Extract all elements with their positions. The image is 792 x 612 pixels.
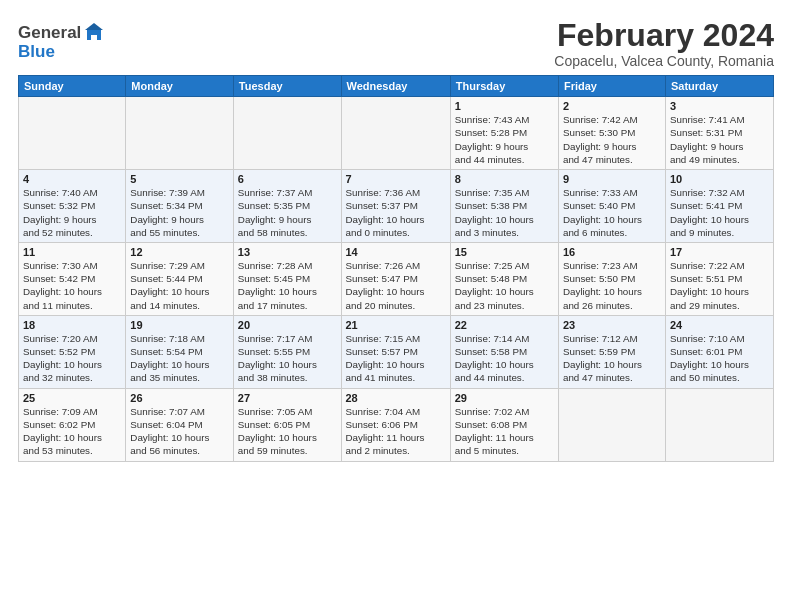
- day-info: Sunrise: 7:23 AM Sunset: 5:50 PM Dayligh…: [563, 259, 661, 312]
- day-number: 9: [563, 173, 661, 185]
- day-of-week-header: Monday: [126, 76, 233, 97]
- calendar-cell: 12Sunrise: 7:29 AM Sunset: 5:44 PM Dayli…: [126, 242, 233, 315]
- day-number: 19: [130, 319, 228, 331]
- day-info: Sunrise: 7:18 AM Sunset: 5:54 PM Dayligh…: [130, 332, 228, 385]
- calendar-week-row: 25Sunrise: 7:09 AM Sunset: 6:02 PM Dayli…: [19, 388, 774, 461]
- page-header: General Blue February 2024 Copacelu, Val…: [18, 18, 774, 69]
- calendar-cell: 2Sunrise: 7:42 AM Sunset: 5:30 PM Daylig…: [558, 97, 665, 170]
- day-info: Sunrise: 7:43 AM Sunset: 5:28 PM Dayligh…: [455, 113, 554, 166]
- day-number: 14: [346, 246, 446, 258]
- calendar-cell: 17Sunrise: 7:22 AM Sunset: 5:51 PM Dayli…: [665, 242, 773, 315]
- calendar-week-row: 4Sunrise: 7:40 AM Sunset: 5:32 PM Daylig…: [19, 170, 774, 243]
- day-info: Sunrise: 7:15 AM Sunset: 5:57 PM Dayligh…: [346, 332, 446, 385]
- calendar-cell: 5Sunrise: 7:39 AM Sunset: 5:34 PM Daylig…: [126, 170, 233, 243]
- day-info: Sunrise: 7:22 AM Sunset: 5:51 PM Dayligh…: [670, 259, 769, 312]
- day-info: Sunrise: 7:25 AM Sunset: 5:48 PM Dayligh…: [455, 259, 554, 312]
- day-number: 1: [455, 100, 554, 112]
- day-info: Sunrise: 7:39 AM Sunset: 5:34 PM Dayligh…: [130, 186, 228, 239]
- day-info: Sunrise: 7:36 AM Sunset: 5:37 PM Dayligh…: [346, 186, 446, 239]
- calendar-cell: 3Sunrise: 7:41 AM Sunset: 5:31 PM Daylig…: [665, 97, 773, 170]
- day-number: 4: [23, 173, 121, 185]
- day-number: 22: [455, 319, 554, 331]
- calendar-cell: [665, 388, 773, 461]
- day-info: Sunrise: 7:17 AM Sunset: 5:55 PM Dayligh…: [238, 332, 337, 385]
- day-of-week-header: Tuesday: [233, 76, 341, 97]
- calendar-cell: 4Sunrise: 7:40 AM Sunset: 5:32 PM Daylig…: [19, 170, 126, 243]
- day-number: 25: [23, 392, 121, 404]
- day-of-week-header: Wednesday: [341, 76, 450, 97]
- day-info: Sunrise: 7:09 AM Sunset: 6:02 PM Dayligh…: [23, 405, 121, 458]
- calendar-cell: 21Sunrise: 7:15 AM Sunset: 5:57 PM Dayli…: [341, 315, 450, 388]
- calendar-cell: [233, 97, 341, 170]
- calendar-cell: 11Sunrise: 7:30 AM Sunset: 5:42 PM Dayli…: [19, 242, 126, 315]
- calendar-week-row: 18Sunrise: 7:20 AM Sunset: 5:52 PM Dayli…: [19, 315, 774, 388]
- day-of-week-header: Sunday: [19, 76, 126, 97]
- calendar-week-row: 1Sunrise: 7:43 AM Sunset: 5:28 PM Daylig…: [19, 97, 774, 170]
- calendar-cell: [341, 97, 450, 170]
- day-info: Sunrise: 7:42 AM Sunset: 5:30 PM Dayligh…: [563, 113, 661, 166]
- day-info: Sunrise: 7:41 AM Sunset: 5:31 PM Dayligh…: [670, 113, 769, 166]
- day-number: 16: [563, 246, 661, 258]
- day-number: 28: [346, 392, 446, 404]
- calendar-header-row: SundayMondayTuesdayWednesdayThursdayFrid…: [19, 76, 774, 97]
- day-number: 13: [238, 246, 337, 258]
- day-number: 21: [346, 319, 446, 331]
- day-of-week-header: Thursday: [450, 76, 558, 97]
- calendar-cell: 6Sunrise: 7:37 AM Sunset: 5:35 PM Daylig…: [233, 170, 341, 243]
- day-number: 5: [130, 173, 228, 185]
- calendar-cell: [126, 97, 233, 170]
- day-info: Sunrise: 7:12 AM Sunset: 5:59 PM Dayligh…: [563, 332, 661, 385]
- calendar-cell: 23Sunrise: 7:12 AM Sunset: 5:59 PM Dayli…: [558, 315, 665, 388]
- svg-marker-0: [85, 23, 103, 30]
- calendar-table: SundayMondayTuesdayWednesdayThursdayFrid…: [18, 75, 774, 461]
- day-of-week-header: Saturday: [665, 76, 773, 97]
- logo-blue: Blue: [18, 42, 55, 62]
- day-info: Sunrise: 7:33 AM Sunset: 5:40 PM Dayligh…: [563, 186, 661, 239]
- day-number: 2: [563, 100, 661, 112]
- calendar-cell: 14Sunrise: 7:26 AM Sunset: 5:47 PM Dayli…: [341, 242, 450, 315]
- day-info: Sunrise: 7:26 AM Sunset: 5:47 PM Dayligh…: [346, 259, 446, 312]
- day-of-week-header: Friday: [558, 76, 665, 97]
- day-info: Sunrise: 7:40 AM Sunset: 5:32 PM Dayligh…: [23, 186, 121, 239]
- calendar-cell: 13Sunrise: 7:28 AM Sunset: 5:45 PM Dayli…: [233, 242, 341, 315]
- calendar-cell: 22Sunrise: 7:14 AM Sunset: 5:58 PM Dayli…: [450, 315, 558, 388]
- day-number: 15: [455, 246, 554, 258]
- day-number: 11: [23, 246, 121, 258]
- day-info: Sunrise: 7:32 AM Sunset: 5:41 PM Dayligh…: [670, 186, 769, 239]
- logo-icon: [83, 22, 105, 44]
- day-number: 6: [238, 173, 337, 185]
- day-number: 23: [563, 319, 661, 331]
- calendar-cell: 29Sunrise: 7:02 AM Sunset: 6:08 PM Dayli…: [450, 388, 558, 461]
- day-info: Sunrise: 7:05 AM Sunset: 6:05 PM Dayligh…: [238, 405, 337, 458]
- calendar-cell: 25Sunrise: 7:09 AM Sunset: 6:02 PM Dayli…: [19, 388, 126, 461]
- calendar-week-row: 11Sunrise: 7:30 AM Sunset: 5:42 PM Dayli…: [19, 242, 774, 315]
- day-number: 17: [670, 246, 769, 258]
- day-info: Sunrise: 7:10 AM Sunset: 6:01 PM Dayligh…: [670, 332, 769, 385]
- day-number: 29: [455, 392, 554, 404]
- day-number: 24: [670, 319, 769, 331]
- calendar-cell: 26Sunrise: 7:07 AM Sunset: 6:04 PM Dayli…: [126, 388, 233, 461]
- calendar-cell: 1Sunrise: 7:43 AM Sunset: 5:28 PM Daylig…: [450, 97, 558, 170]
- calendar-cell: 27Sunrise: 7:05 AM Sunset: 6:05 PM Dayli…: [233, 388, 341, 461]
- day-info: Sunrise: 7:07 AM Sunset: 6:04 PM Dayligh…: [130, 405, 228, 458]
- day-info: Sunrise: 7:14 AM Sunset: 5:58 PM Dayligh…: [455, 332, 554, 385]
- title-block: February 2024 Copacelu, Valcea County, R…: [554, 18, 774, 69]
- day-number: 8: [455, 173, 554, 185]
- logo: General Blue: [18, 22, 105, 62]
- day-info: Sunrise: 7:04 AM Sunset: 6:06 PM Dayligh…: [346, 405, 446, 458]
- day-number: 7: [346, 173, 446, 185]
- day-info: Sunrise: 7:28 AM Sunset: 5:45 PM Dayligh…: [238, 259, 337, 312]
- day-info: Sunrise: 7:30 AM Sunset: 5:42 PM Dayligh…: [23, 259, 121, 312]
- day-number: 12: [130, 246, 228, 258]
- day-info: Sunrise: 7:35 AM Sunset: 5:38 PM Dayligh…: [455, 186, 554, 239]
- day-number: 27: [238, 392, 337, 404]
- calendar-cell: 16Sunrise: 7:23 AM Sunset: 5:50 PM Dayli…: [558, 242, 665, 315]
- page-subtitle: Copacelu, Valcea County, Romania: [554, 53, 774, 69]
- day-info: Sunrise: 7:20 AM Sunset: 5:52 PM Dayligh…: [23, 332, 121, 385]
- page-title: February 2024: [554, 18, 774, 53]
- day-number: 20: [238, 319, 337, 331]
- calendar-cell: 19Sunrise: 7:18 AM Sunset: 5:54 PM Dayli…: [126, 315, 233, 388]
- calendar-cell: 8Sunrise: 7:35 AM Sunset: 5:38 PM Daylig…: [450, 170, 558, 243]
- calendar-cell: 9Sunrise: 7:33 AM Sunset: 5:40 PM Daylig…: [558, 170, 665, 243]
- day-number: 26: [130, 392, 228, 404]
